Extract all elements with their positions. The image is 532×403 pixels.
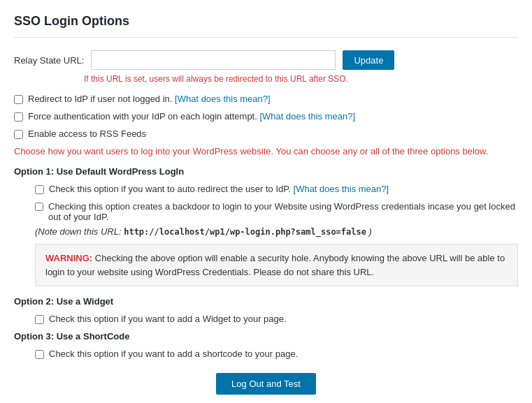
update-button[interactable]: Update: [343, 50, 394, 70]
redirect-idp-label: Redirect to IdP if user not logged in. […: [28, 94, 271, 104]
auto-redirect-label: Check this option if you want to auto re…: [49, 184, 389, 194]
force-auth-row: Force authentication with your IdP on ea…: [14, 111, 518, 122]
warning-text: Checking the above option will enable a …: [45, 253, 505, 277]
option2-title: Option 2: Use a Widget: [14, 296, 518, 307]
relay-state-input[interactable]: [91, 50, 336, 70]
rss-feeds-row: Enable access to RSS Feeds: [14, 129, 518, 139]
rss-feeds-checkbox[interactable]: [14, 130, 23, 139]
option3-title: Option 3: Use a ShortCode: [14, 331, 518, 342]
page-container: SSO Login Options Relay State URL: Updat…: [0, 0, 532, 403]
force-auth-link[interactable]: [What does this mean?]: [259, 111, 355, 122]
redirect-idp-row: Redirect to IdP if user not logged in. […: [14, 94, 518, 104]
shortcode-checkbox[interactable]: [35, 350, 44, 359]
log-out-button[interactable]: Log Out and Test: [216, 373, 316, 395]
shortcode-row: Check this option if you want to add a s…: [35, 349, 518, 359]
widget-label: Check this option if you want to add a W…: [49, 314, 287, 324]
widget-row: Check this option if you want to add a W…: [35, 314, 518, 324]
backdoor-url-note: (Note down this URL: http://localhost/wp…: [35, 226, 518, 237]
force-auth-checkbox[interactable]: [14, 112, 23, 122]
redirect-idp-checkbox[interactable]: [14, 95, 23, 104]
warning-label: WARNING:: [45, 253, 92, 263]
relay-state-hint: If this URL is set, users will always be…: [84, 74, 518, 84]
force-auth-label: Force authentication with your IdP on ea…: [28, 111, 355, 122]
widget-checkbox[interactable]: [35, 315, 44, 324]
backdoor-url: http://localhost/wp1/wp-login.php?saml_s…: [124, 227, 366, 237]
auto-redirect-row: Check this option if you want to auto re…: [35, 184, 518, 194]
backdoor-checkbox[interactable]: [35, 203, 43, 211]
auto-redirect-checkbox[interactable]: [35, 185, 44, 194]
shortcode-label: Check this option if you want to add a s…: [49, 349, 298, 359]
option1-title: Option 1: Use Default WordPress LogIn: [14, 166, 518, 177]
description-text: Choose how you want users to log into yo…: [14, 146, 518, 156]
backdoor-label: Checking this option creates a backdoor …: [48, 201, 518, 222]
relay-state-label: Relay State URL:: [14, 55, 84, 66]
redirect-idp-link[interactable]: [What does this mean?]: [175, 94, 271, 104]
backdoor-row: Checking this option creates a backdoor …: [35, 201, 518, 222]
page-title: SSO Login Options: [14, 14, 518, 29]
rss-feeds-label: Enable access to RSS Feeds: [28, 129, 146, 139]
warning-box: WARNING: Checking the above option will …: [35, 244, 518, 286]
log-out-container: Log Out and Test: [14, 373, 518, 403]
auto-redirect-link[interactable]: [What does this mean?]: [294, 184, 389, 194]
title-divider: [14, 37, 518, 38]
relay-state-row: Relay State URL: Update: [14, 50, 518, 70]
